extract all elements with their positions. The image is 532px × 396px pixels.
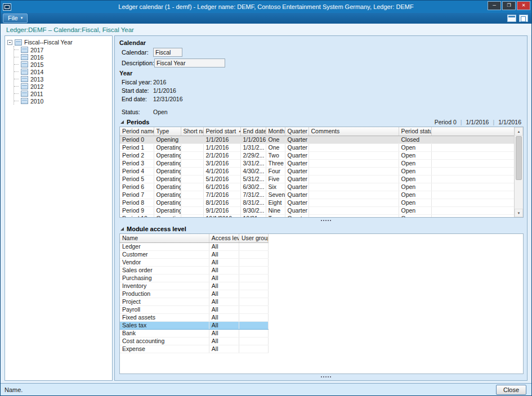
periods-cell: Period 7 [120, 191, 154, 199]
periods-column-header[interactable]: Period start▲ [203, 127, 240, 136]
year-node-icon [21, 91, 28, 97]
module-row[interactable]: InventoryAll [120, 282, 269, 290]
periods-cell: Open [399, 191, 431, 199]
periods-grid-container: Period nameTypeShort namePeriod start▲En… [119, 127, 524, 218]
module-row[interactable]: Fixed assetsAll [120, 313, 269, 321]
module-row[interactable]: CustomerAll [120, 250, 269, 258]
tree-item-label: 2015 [30, 61, 43, 68]
periods-row[interactable]: Period 6Operating6/1/20166/30/2...SixQua… [120, 183, 514, 191]
module-row[interactable]: Sales orderAll [120, 266, 269, 274]
periods-row[interactable]: Period 7Operating7/1/20167/31/2...SevenQ… [120, 191, 514, 199]
module-row[interactable]: Sales taxAll [120, 321, 269, 329]
close-button[interactable]: Close [496, 385, 526, 395]
scrollbar-thumb[interactable] [516, 136, 522, 180]
maximize-button[interactable]: ❐ [502, 1, 516, 10]
module-row[interactable]: LedgerAll [120, 242, 269, 250]
minimize-button[interactable]: ─ [488, 1, 501, 10]
periods-cell: Operating [154, 183, 181, 191]
module-access-section-header[interactable]: Module access level [119, 224, 524, 233]
year-node-icon [21, 61, 28, 68]
module-grid[interactable]: NameAccess levelUser groupLedgerAllCusto… [120, 234, 269, 353]
module-row[interactable]: ExpenseAll [120, 345, 269, 353]
periods-column-header[interactable]: Period status [399, 127, 431, 136]
periods-column-header[interactable]: End date [240, 127, 266, 136]
tree-item-label: 2014 [30, 69, 43, 75]
periods-column-header[interactable]: Month [266, 127, 285, 136]
tree-panel: Fiscal--Fiscal Year 20172016201520142013… [5, 35, 113, 381]
periods-header-row: Period nameTypeShort namePeriod start▲En… [120, 127, 514, 136]
periods-cell: Quarter 4 [285, 214, 309, 217]
periods-cell: 4/30/2... [240, 167, 266, 175]
module-row[interactable]: PurchasingAll [120, 274, 269, 282]
year-node-icon [21, 69, 28, 75]
tree-item-year[interactable]: 2017 [14, 46, 111, 53]
module-cell: All [209, 345, 239, 353]
periods-cell: Period 8 [120, 199, 154, 206]
calendar-input[interactable] [153, 48, 182, 57]
module-row[interactable]: ProductionAll [120, 290, 269, 298]
tree-connector-line [14, 93, 19, 94]
tree-root-node[interactable]: Fiscal--Fiscal Year [6, 38, 111, 46]
module-row[interactable]: Cost accountingAll [120, 337, 269, 345]
module-header-row: NameAccess levelUser group [120, 234, 269, 242]
windows-icon[interactable] [507, 15, 516, 22]
module-row[interactable]: ProjectAll [120, 298, 269, 305]
module-row[interactable]: PayrollAll [120, 305, 269, 313]
description-input[interactable] [154, 58, 225, 68]
periods-cell: 1/1/2016 [203, 136, 240, 143]
periods-row[interactable]: Period 5Operating5/1/20165/31/2...FiveQu… [120, 175, 514, 183]
periods-cell: Six [266, 183, 285, 191]
horizontal-splitter-bottom[interactable] [119, 374, 524, 379]
module-column-header[interactable]: Access level [209, 234, 239, 242]
file-menu[interactable]: File ▾ [3, 14, 28, 23]
tree-item-year[interactable]: 2016 [14, 53, 111, 61]
periods-scrollbar[interactable]: ▲ ▼ [514, 127, 523, 217]
status-label: Status: [122, 109, 153, 115]
tree-item-year[interactable]: 2014 [14, 68, 111, 75]
tree-item-year[interactable]: 2013 [14, 75, 111, 83]
periods-grid[interactable]: Period nameTypeShort namePeriod start▲En… [120, 127, 514, 217]
tree-item-year[interactable]: 2011 [14, 90, 111, 97]
periods-column-header[interactable]: Short name [181, 127, 203, 136]
periods-section-header[interactable]: Periods Period 0|1/1/2016|1/1/2016 [119, 117, 524, 127]
periods-cell [309, 183, 399, 191]
start-date-value: 1/1/2016 [153, 87, 176, 94]
periods-row[interactable]: Period 2Operating2/1/20162/29/2...TwoQua… [120, 151, 514, 159]
periods-row[interactable]: Period 4Operating4/1/20164/30/2...FourQu… [120, 167, 514, 175]
scroll-down-icon[interactable]: ▼ [515, 209, 523, 217]
collapse-expander-icon[interactable] [7, 40, 12, 45]
periods-column-header[interactable]: Comments [309, 127, 399, 136]
module-row[interactable]: BankAll [120, 329, 269, 337]
horizontal-splitter[interactable] [119, 218, 524, 223]
tree-item-year[interactable]: 2010 [14, 97, 111, 105]
tree-connector-line [14, 86, 19, 87]
periods-column-header[interactable]: Period name [120, 127, 154, 136]
close-window-button[interactable]: ✕ [517, 1, 530, 10]
periods-cell: Period 5 [120, 175, 154, 183]
periods-row[interactable]: Period 10Operating10/1/201610/31...TenQu… [120, 214, 514, 217]
periods-cell: Period 0 [120, 136, 154, 143]
help-icon[interactable] [519, 15, 528, 22]
periods-column-header[interactable]: Quarter [285, 127, 309, 136]
periods-cell: Five [266, 175, 285, 183]
tree-item-year[interactable]: 2015 [14, 61, 111, 68]
periods-row[interactable]: Period 1Operating1/1/20161/31/2...OneQua… [120, 143, 514, 151]
module-cell: Payroll [120, 305, 209, 313]
periods-row[interactable]: Period 8Operating8/1/20168/31/2...EightQ… [120, 199, 514, 206]
periods-cell [309, 206, 399, 214]
periods-cell: Period 10 [120, 214, 154, 217]
status-bar: Name. Close [1, 383, 531, 395]
tree-connector-line [14, 50, 19, 50]
periods-row[interactable]: Period 0Opening1/1/20161/1/2016OneQuarte… [120, 136, 514, 143]
periods-row[interactable]: Period 3Operating3/1/20163/31/2...ThreeQ… [120, 159, 514, 167]
module-column-header[interactable]: Name [120, 234, 209, 242]
periods-cell: 5/31/2... [240, 175, 266, 183]
tree-item-year[interactable]: 2012 [14, 83, 111, 90]
module-column-header[interactable]: User group [239, 234, 268, 242]
scroll-up-icon[interactable]: ▲ [515, 127, 523, 136]
periods-column-header[interactable]: Type [154, 127, 181, 136]
periods-row[interactable]: Period 9Operating9/1/20169/30/2...NineQu… [120, 206, 514, 214]
periods-cell: 1/31/2... [240, 143, 266, 151]
module-row[interactable]: VendorAll [120, 258, 269, 266]
periods-cell: Operating [154, 214, 181, 217]
